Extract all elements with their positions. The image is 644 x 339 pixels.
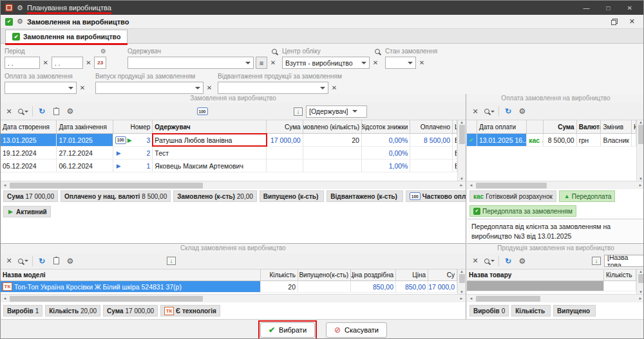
select-button[interactable]: ✔ Вибрати <box>260 322 315 338</box>
shipment-combo[interactable] <box>218 82 328 94</box>
scroll-up-icon[interactable]: ▲ <box>637 270 644 273</box>
payments-vertical-scrollbar[interactable]: ▲ ▼ <box>636 120 644 181</box>
orders-refresh-icon[interactable]: ↻ <box>35 105 48 118</box>
scroll-thumb[interactable] <box>459 274 465 283</box>
partially-paid-filter-icon[interactable]: 100 <box>196 105 209 118</box>
scroll-thumb[interactable] <box>638 125 644 144</box>
scroll-right-icon[interactable]: ► <box>457 297 466 300</box>
orders-horizontal-scrollbar[interactable]: ◄ ► <box>1 181 466 189</box>
products-horizontal-scrollbar[interactable]: ◄ ► <box>467 294 644 302</box>
col-price[interactable]: Ціна <box>396 270 428 280</box>
orders-search-icon[interactable] <box>17 105 30 118</box>
col-created[interactable]: Дата створення <box>1 120 57 133</box>
products-group-combo[interactable]: [Назва това <box>604 255 644 267</box>
recipient-list-icon[interactable]: ≡ <box>256 57 267 69</box>
release-clear-icon[interactable]: ✕ <box>205 84 213 91</box>
scroll-thumb[interactable] <box>10 183 203 188</box>
col-currency[interactable]: Валюта <box>577 120 601 133</box>
payments-search-icon[interactable] <box>483 105 496 118</box>
scroll-up-icon[interactable]: ▲ <box>458 270 466 273</box>
col-qty[interactable]: Кількість <box>261 270 298 280</box>
col-csum[interactable]: Су <box>428 270 457 280</box>
payments-row-selected[interactable]: ✔ 13.01.2025 16... кас▲ 8 500,00 грн Вла… <box>467 134 636 147</box>
composition-vertical-scrollbar[interactable]: ▲ ▼ <box>457 270 466 294</box>
products-export-icon[interactable]: ↓ <box>590 255 603 268</box>
col-pay-date[interactable]: Дата оплати <box>477 120 527 133</box>
scroll-right-icon[interactable]: ► <box>636 183 644 187</box>
composition-clear-icon[interactable]: ✕ <box>3 255 15 268</box>
payments-clear-icon[interactable]: ✕ <box>469 105 482 118</box>
period-to-clear-icon[interactable]: ✕ <box>85 59 93 66</box>
close-button[interactable]: ✕ <box>627 5 632 12</box>
composition-row-selected[interactable]: ТКТоп-Топ Україна Кросівки Ж Білий шкіра… <box>1 281 457 293</box>
composition-export-icon[interactable]: ↓ <box>165 255 178 268</box>
payment-clear-icon[interactable]: ✕ <box>79 84 86 91</box>
payment-combo[interactable] <box>5 82 77 94</box>
col-method[interactable] <box>527 120 544 133</box>
payments-horizontal-scrollbar[interactable]: ◄ ► <box>467 181 644 189</box>
scroll-thumb[interactable] <box>10 296 203 302</box>
window-gear-icon[interactable]: ⚙ <box>17 4 23 12</box>
col-center[interactable]: Ц <box>453 120 457 133</box>
period-settings-icon[interactable]: ⚙ <box>100 48 106 55</box>
products-vertical-scrollbar[interactable]: ▲ ▼ <box>636 270 644 294</box>
col-ordered[interactable]: Замовлено (кількість) <box>303 120 362 133</box>
composition-copy-icon[interactable] <box>50 255 62 268</box>
shipment-clear-icon[interactable]: ✕ <box>330 84 338 91</box>
composition-search-icon[interactable] <box>17 255 30 268</box>
scroll-left-icon[interactable]: ◄ <box>1 183 9 187</box>
products-empty-row[interactable] <box>467 281 636 291</box>
col-number[interactable]: Номер <box>113 120 153 133</box>
orders-row-selected[interactable]: 13.01.2025 17.01.2025 100▶3 Ратушна Любо… <box>1 134 457 147</box>
scroll-left-icon[interactable]: ◄ <box>467 183 475 187</box>
col-changed-by[interactable]: Змінив <box>601 120 632 133</box>
col-status[interactable] <box>467 120 477 133</box>
col-discount[interactable]: Відсоток знижки <box>362 120 410 133</box>
orders-vertical-scrollbar[interactable]: ▲ ▼ <box>457 120 466 181</box>
period-from-clear-icon[interactable]: ✕ <box>42 59 50 66</box>
payments-settings-icon[interactable]: ⚙ <box>516 105 529 118</box>
state-clear-icon[interactable]: ✕ <box>418 59 426 66</box>
state-combo[interactable] <box>385 57 416 69</box>
scroll-right-icon[interactable]: ► <box>636 297 644 300</box>
scroll-thumb[interactable] <box>638 274 644 283</box>
scroll-left-icon[interactable]: ◄ <box>467 297 475 300</box>
col-finished[interactable]: Дата закінчення <box>57 120 113 133</box>
center-search-icon[interactable] <box>375 49 380 54</box>
recipient-search-icon[interactable] <box>272 49 277 54</box>
center-combo[interactable]: Взуття - виробництво <box>282 57 370 69</box>
col-k[interactable]: К <box>632 120 636 133</box>
subwindow-close-icon[interactable]: ✕ <box>629 17 635 26</box>
col-product-qty[interactable]: Кількість <box>604 270 636 280</box>
recipient-clear-icon[interactable]: ✕ <box>269 59 277 66</box>
composition-horizontal-scrollbar[interactable]: ◄ ► <box>1 294 466 302</box>
products-clear-icon[interactable]: ✕ <box>469 255 482 268</box>
scroll-up-icon[interactable]: ▲ <box>637 120 644 124</box>
col-released[interactable]: Випущено(к-сть) <box>298 270 351 280</box>
restore-icon[interactable] <box>611 19 618 25</box>
col-recipient[interactable]: Одержувач <box>153 120 267 133</box>
orders-row[interactable]: 19.12.2024 27.12.2024 ▶2 Тест 0,00% В <box>1 147 457 160</box>
scroll-thumb[interactable] <box>459 125 465 144</box>
col-pay-sum[interactable]: Сума <box>544 120 577 133</box>
composition-refresh-icon[interactable]: ↻ <box>35 255 48 268</box>
products-refresh-icon[interactable]: ↻ <box>502 255 515 268</box>
center-clear-icon[interactable]: ✕ <box>372 59 379 66</box>
tab-orders[interactable]: ✔ Замовлення на виробництво <box>5 30 128 43</box>
recipient-combo[interactable] <box>128 57 254 69</box>
col-product-name[interactable]: Назва товару <box>467 270 604 280</box>
orders-row[interactable]: 05.12.2024 06.12.2024 ▶1 Яковець Максим … <box>1 160 457 172</box>
scroll-thumb[interactable] <box>476 183 547 188</box>
products-settings-icon[interactable]: ⚙ <box>516 255 529 268</box>
col-paid[interactable]: Оплачено <box>410 120 453 133</box>
period-to-input[interactable]: . . <box>52 57 83 69</box>
col-model[interactable]: Назва моделі <box>1 270 261 280</box>
group-by-combo[interactable]: [Одержувач] <box>306 105 367 118</box>
orders-export-icon[interactable]: ↓ <box>292 105 305 118</box>
maximize-button[interactable]: □ <box>607 5 611 12</box>
orders-clear-icon[interactable]: ✕ <box>3 105 15 118</box>
period-from-input[interactable]: . . <box>5 57 40 69</box>
minimize-button[interactable]: — <box>583 5 590 12</box>
col-retail[interactable]: Ціна роздрібна <box>351 270 396 280</box>
composition-settings-icon[interactable]: ⚙ <box>64 255 77 268</box>
